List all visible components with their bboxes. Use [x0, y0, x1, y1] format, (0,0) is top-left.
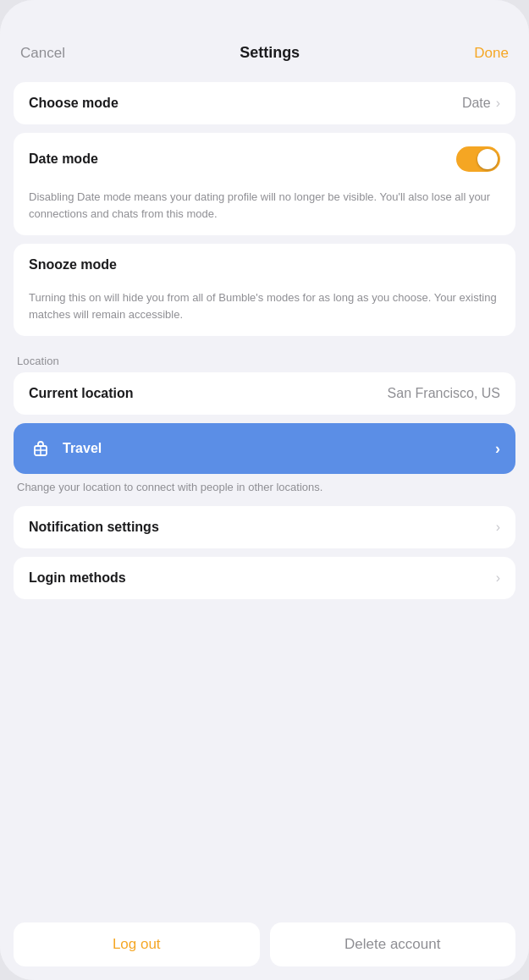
date-mode-label: Date mode [29, 151, 98, 167]
toggle-thumb [477, 149, 498, 169]
notification-settings-chevron-container: › [496, 520, 500, 535]
phone-screen: Cancel Settings Done Choose mode Date › … [0, 0, 529, 980]
suitcase-icon [29, 437, 52, 460]
current-location-card[interactable]: Current location San Francisco, US [14, 372, 515, 415]
date-mode-description: Disabling Date mode means your dating pr… [14, 185, 515, 235]
done-button[interactable]: Done [474, 45, 509, 62]
toggle-track[interactable] [456, 146, 500, 172]
notification-settings-card[interactable]: Notification settings › [14, 506, 515, 548]
notification-settings-chevron-icon: › [496, 520, 500, 535]
logout-button[interactable]: Log out [14, 922, 260, 966]
current-location-row[interactable]: Current location San Francisco, US [14, 372, 515, 415]
cancel-button[interactable]: Cancel [20, 45, 65, 62]
choose-mode-chevron-icon: › [496, 96, 500, 111]
date-mode-card: Date mode Disabling Date mode means your… [14, 133, 515, 235]
delete-account-button[interactable]: Delete account [270, 922, 516, 966]
choose-mode-card[interactable]: Choose mode Date › [14, 82, 515, 124]
login-methods-card[interactable]: Login methods › [14, 557, 515, 599]
login-methods-chevron-container: › [496, 570, 500, 586]
bottom-buttons: Log out Delete account [0, 909, 529, 980]
current-location-label: Current location [29, 386, 134, 401]
page-title: Settings [240, 44, 300, 62]
travel-chevron-icon: › [495, 440, 500, 458]
choose-mode-row[interactable]: Choose mode Date › [14, 82, 515, 124]
login-methods-label: Login methods [29, 570, 126, 586]
choose-mode-label: Choose mode [29, 96, 118, 111]
login-methods-chevron-icon: › [496, 570, 500, 586]
notification-settings-label: Notification settings [29, 520, 159, 535]
travel-description: Change your location to connect with peo… [14, 479, 515, 506]
current-location-value: San Francisco, US [388, 386, 500, 401]
choose-mode-value: Date › [462, 96, 500, 111]
snooze-mode-label: Snooze mode [29, 257, 117, 273]
login-methods-row[interactable]: Login methods › [14, 557, 515, 599]
travel-label: Travel [63, 441, 495, 456]
snooze-mode-row[interactable]: Snooze mode [14, 244, 515, 286]
date-mode-row: Date mode [14, 133, 515, 185]
choose-mode-value-text: Date [462, 96, 491, 111]
snooze-mode-card[interactable]: Snooze mode Turning this on will hide yo… [14, 244, 515, 336]
location-section-label: Location [14, 344, 515, 372]
notification-settings-row[interactable]: Notification settings › [14, 506, 515, 548]
header: Cancel Settings Done [0, 0, 529, 75]
settings-content: Choose mode Date › Date mode Disabling D… [0, 75, 529, 909]
snooze-mode-description: Turning this on will hide you from all o… [14, 286, 515, 336]
date-mode-toggle[interactable] [456, 146, 500, 172]
travel-button[interactable]: Travel › [14, 423, 515, 474]
